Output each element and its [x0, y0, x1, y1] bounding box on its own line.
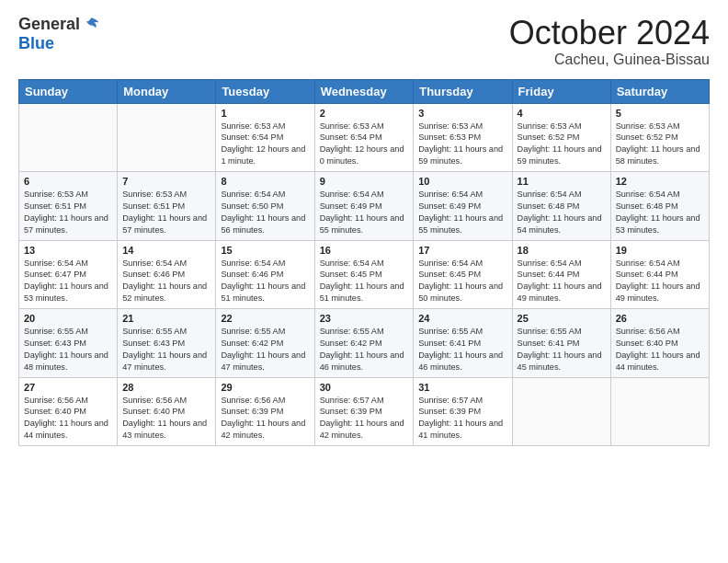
calendar-cell: 31Sunrise: 6:57 AM Sunset: 6:39 PM Dayli…: [414, 377, 512, 446]
day-info: Sunrise: 6:54 AM Sunset: 6:48 PM Dayligh…: [616, 189, 704, 236]
calendar-cell: 10Sunrise: 6:54 AM Sunset: 6:49 PM Dayli…: [414, 172, 512, 241]
calendar-cell: 28Sunrise: 6:56 AM Sunset: 6:40 PM Dayli…: [118, 377, 216, 446]
calendar-cell: 24Sunrise: 6:55 AM Sunset: 6:41 PM Dayli…: [414, 309, 512, 378]
day-number: 9: [320, 176, 409, 187]
day-info: Sunrise: 6:53 AM Sunset: 6:52 PM Dayligh…: [518, 121, 606, 168]
day-number: 7: [122, 176, 210, 187]
calendar-cell: 9Sunrise: 6:54 AM Sunset: 6:49 PM Daylig…: [314, 172, 414, 241]
day-info: Sunrise: 6:54 AM Sunset: 6:49 PM Dayligh…: [320, 189, 409, 236]
day-info: Sunrise: 6:57 AM Sunset: 6:39 PM Dayligh…: [320, 395, 409, 442]
day-number: 30: [320, 382, 409, 393]
calendar-cell: 12Sunrise: 6:54 AM Sunset: 6:48 PM Dayli…: [610, 172, 709, 241]
day-info: Sunrise: 6:54 AM Sunset: 6:47 PM Dayligh…: [24, 258, 112, 305]
day-info: Sunrise: 6:55 AM Sunset: 6:41 PM Dayligh…: [418, 326, 506, 373]
calendar-cell: 19Sunrise: 6:54 AM Sunset: 6:44 PM Dayli…: [610, 240, 709, 309]
day-info: Sunrise: 6:54 AM Sunset: 6:46 PM Dayligh…: [221, 258, 309, 305]
calendar-cell: 26Sunrise: 6:56 AM Sunset: 6:40 PM Dayli…: [610, 309, 709, 378]
day-info: Sunrise: 6:53 AM Sunset: 6:53 PM Dayligh…: [418, 121, 506, 168]
day-info: Sunrise: 6:55 AM Sunset: 6:41 PM Dayligh…: [518, 326, 606, 373]
calendar-cell: [19, 103, 118, 172]
calendar-header-friday: Friday: [512, 79, 610, 103]
calendar-cell: [512, 377, 610, 446]
calendar-cell: [118, 103, 216, 172]
calendar-cell: 21Sunrise: 6:55 AM Sunset: 6:43 PM Dayli…: [118, 309, 216, 378]
day-number: 28: [122, 382, 210, 393]
day-info: Sunrise: 6:54 AM Sunset: 6:45 PM Dayligh…: [320, 258, 409, 305]
calendar-cell: 14Sunrise: 6:54 AM Sunset: 6:46 PM Dayli…: [118, 240, 216, 309]
day-info: Sunrise: 6:56 AM Sunset: 6:39 PM Dayligh…: [221, 395, 309, 442]
day-number: 24: [418, 313, 506, 324]
day-number: 8: [221, 176, 309, 187]
calendar-header-monday: Monday: [118, 79, 216, 103]
calendar-cell: 18Sunrise: 6:54 AM Sunset: 6:44 PM Dayli…: [512, 240, 610, 309]
day-info: Sunrise: 6:54 AM Sunset: 6:44 PM Dayligh…: [518, 258, 606, 305]
day-number: 20: [24, 313, 112, 324]
logo: General Blue: [18, 15, 100, 53]
logo-bird-icon: [82, 16, 100, 34]
day-number: 22: [221, 313, 309, 324]
day-number: 16: [320, 245, 409, 256]
calendar-header-row: SundayMondayTuesdayWednesdayThursdayFrid…: [19, 79, 710, 103]
calendar-header-sunday: Sunday: [19, 79, 118, 103]
calendar-cell: 16Sunrise: 6:54 AM Sunset: 6:45 PM Dayli…: [314, 240, 414, 309]
calendar-week-row: 13Sunrise: 6:54 AM Sunset: 6:47 PM Dayli…: [19, 240, 710, 309]
month-title: October 2024: [509, 15, 710, 52]
day-info: Sunrise: 6:53 AM Sunset: 6:52 PM Dayligh…: [616, 121, 704, 168]
header: General Blue October 2024 Cacheu, Guinea…: [18, 15, 710, 68]
day-number: 13: [24, 245, 112, 256]
calendar-cell: 23Sunrise: 6:55 AM Sunset: 6:42 PM Dayli…: [314, 309, 414, 378]
day-number: 14: [122, 245, 210, 256]
logo-general-text: General: [18, 15, 80, 34]
calendar-cell: [610, 377, 709, 446]
calendar-cell: 20Sunrise: 6:55 AM Sunset: 6:43 PM Dayli…: [19, 309, 118, 378]
location: Cacheu, Guinea-Bissau: [509, 52, 710, 68]
day-number: 25: [518, 313, 606, 324]
day-info: Sunrise: 6:55 AM Sunset: 6:43 PM Dayligh…: [122, 326, 210, 373]
day-info: Sunrise: 6:54 AM Sunset: 6:48 PM Dayligh…: [518, 189, 606, 236]
calendar-cell: 3Sunrise: 6:53 AM Sunset: 6:53 PM Daylig…: [414, 103, 512, 172]
day-info: Sunrise: 6:54 AM Sunset: 6:46 PM Dayligh…: [122, 258, 210, 305]
calendar-cell: 2Sunrise: 6:53 AM Sunset: 6:54 PM Daylig…: [314, 103, 414, 172]
calendar-cell: 7Sunrise: 6:53 AM Sunset: 6:51 PM Daylig…: [118, 172, 216, 241]
day-info: Sunrise: 6:54 AM Sunset: 6:45 PM Dayligh…: [418, 258, 506, 305]
calendar-cell: 30Sunrise: 6:57 AM Sunset: 6:39 PM Dayli…: [314, 377, 414, 446]
day-info: Sunrise: 6:53 AM Sunset: 6:54 PM Dayligh…: [320, 121, 409, 168]
calendar-week-row: 20Sunrise: 6:55 AM Sunset: 6:43 PM Dayli…: [19, 309, 710, 378]
day-info: Sunrise: 6:56 AM Sunset: 6:40 PM Dayligh…: [616, 326, 704, 373]
calendar-week-row: 27Sunrise: 6:56 AM Sunset: 6:40 PM Dayli…: [19, 377, 710, 446]
day-number: 26: [616, 313, 704, 324]
day-number: 27: [24, 382, 112, 393]
calendar-cell: 25Sunrise: 6:55 AM Sunset: 6:41 PM Dayli…: [512, 309, 610, 378]
day-number: 6: [24, 176, 112, 187]
day-info: Sunrise: 6:54 AM Sunset: 6:49 PM Dayligh…: [418, 189, 506, 236]
day-number: 23: [320, 313, 409, 324]
page: General Blue October 2024 Cacheu, Guinea…: [0, 0, 728, 563]
day-info: Sunrise: 6:54 AM Sunset: 6:44 PM Dayligh…: [616, 258, 704, 305]
day-number: 15: [221, 245, 309, 256]
calendar-header-wednesday: Wednesday: [314, 79, 414, 103]
calendar-week-row: 6Sunrise: 6:53 AM Sunset: 6:51 PM Daylig…: [19, 172, 710, 241]
day-info: Sunrise: 6:56 AM Sunset: 6:40 PM Dayligh…: [122, 395, 210, 442]
calendar-cell: 1Sunrise: 6:53 AM Sunset: 6:54 PM Daylig…: [216, 103, 314, 172]
day-number: 31: [418, 382, 506, 393]
day-info: Sunrise: 6:55 AM Sunset: 6:42 PM Dayligh…: [221, 326, 309, 373]
day-info: Sunrise: 6:53 AM Sunset: 6:51 PM Dayligh…: [24, 189, 112, 236]
day-info: Sunrise: 6:53 AM Sunset: 6:51 PM Dayligh…: [122, 189, 210, 236]
day-number: 4: [518, 108, 606, 119]
calendar-cell: 13Sunrise: 6:54 AM Sunset: 6:47 PM Dayli…: [19, 240, 118, 309]
calendar-cell: 22Sunrise: 6:55 AM Sunset: 6:42 PM Dayli…: [216, 309, 314, 378]
day-info: Sunrise: 6:53 AM Sunset: 6:54 PM Dayligh…: [221, 121, 309, 168]
title-block: October 2024 Cacheu, Guinea-Bissau: [509, 15, 710, 68]
day-number: 5: [616, 108, 704, 119]
day-info: Sunrise: 6:54 AM Sunset: 6:50 PM Dayligh…: [221, 189, 309, 236]
calendar-header-tuesday: Tuesday: [216, 79, 314, 103]
calendar-cell: 5Sunrise: 6:53 AM Sunset: 6:52 PM Daylig…: [610, 103, 709, 172]
calendar-header-thursday: Thursday: [414, 79, 512, 103]
day-number: 10: [418, 176, 506, 187]
day-number: 21: [122, 313, 210, 324]
day-number: 3: [418, 108, 506, 119]
calendar-cell: 15Sunrise: 6:54 AM Sunset: 6:46 PM Dayli…: [216, 240, 314, 309]
day-info: Sunrise: 6:56 AM Sunset: 6:40 PM Dayligh…: [24, 395, 112, 442]
calendar-cell: 11Sunrise: 6:54 AM Sunset: 6:48 PM Dayli…: [512, 172, 610, 241]
calendar-cell: 4Sunrise: 6:53 AM Sunset: 6:52 PM Daylig…: [512, 103, 610, 172]
